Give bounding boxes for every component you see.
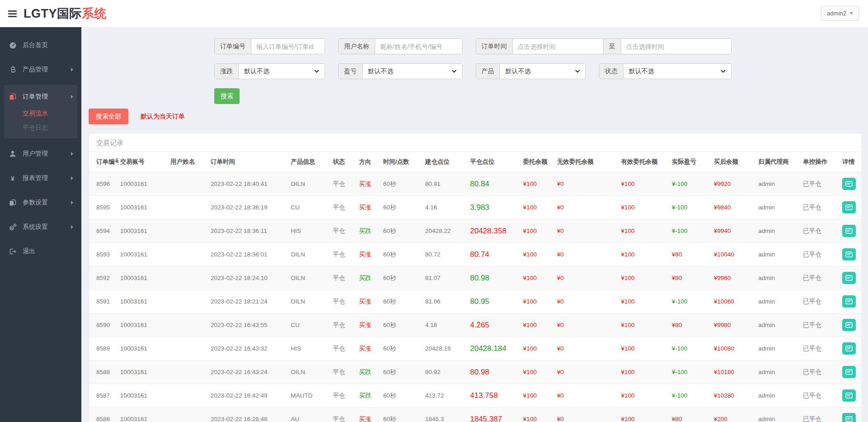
search-button[interactable]: 搜索 xyxy=(214,88,240,104)
detail-button[interactable] xyxy=(842,178,856,190)
cell-agent: admin xyxy=(756,196,801,219)
cell-order-time: 2023-02-22 16:43:32 xyxy=(209,337,289,360)
detail-list-icon xyxy=(845,251,853,257)
detail-button[interactable] xyxy=(842,248,856,261)
cell-entrust-balance: ¥100 xyxy=(521,266,555,290)
cell-after-balance: ¥200 xyxy=(712,408,756,422)
cell-status: 平仓 xyxy=(331,196,357,219)
cell-direction: 买涨 xyxy=(357,243,382,266)
table-row: 8594 10003161 2023-02-22 18:36:11 HIS 平仓… xyxy=(89,219,862,243)
detail-list-icon xyxy=(845,228,853,234)
sidebar-subitem-trade-flow[interactable]: 交易流水 xyxy=(4,106,77,120)
cell-product: HIS xyxy=(289,219,331,243)
order-time-to-input[interactable] xyxy=(621,39,731,54)
cell-order-time: 2023-02-22 18:36:11 xyxy=(209,219,289,243)
order-no-label: 订单编号 xyxy=(215,39,251,54)
chevron-down-icon xyxy=(314,70,319,73)
sidebar-item-users[interactable]: 用户管理 xyxy=(0,145,81,163)
sidebar-item-orders[interactable]: 订单管理 xyxy=(4,88,77,106)
status-select[interactable]: 默认不选 xyxy=(623,64,731,79)
detail-button[interactable] xyxy=(842,295,856,308)
cell-detail xyxy=(840,290,862,313)
cell-user-name xyxy=(169,219,209,243)
cell-order-time: 2023-02-22 16:28:48 xyxy=(209,408,289,422)
cell-account: 10003161 xyxy=(118,172,169,196)
detail-button[interactable] xyxy=(842,272,856,284)
cell-detail xyxy=(840,408,862,422)
col-status: 状态 xyxy=(331,152,357,172)
status-value: 默认不选 xyxy=(629,67,654,76)
detail-button[interactable] xyxy=(842,413,856,422)
cell-user-name xyxy=(169,243,209,266)
detail-button[interactable] xyxy=(842,389,856,402)
order-no-input[interactable] xyxy=(251,39,325,54)
card-title: 交易记录 xyxy=(89,133,862,152)
table-row: 8592 10003161 2023-02-22 18:24:10 OILN 平… xyxy=(89,266,862,290)
detail-button[interactable] xyxy=(842,319,856,331)
sidebar-item-reports[interactable]: ¥ 报表管理 xyxy=(0,169,81,187)
cell-account: 10003161 xyxy=(118,266,169,290)
cell-after-balance: ¥9940 xyxy=(712,219,756,243)
cell-open-point: 80.92 xyxy=(424,360,468,384)
cell-invalid-entrust: ¥0 xyxy=(555,290,619,313)
cell-entrust-balance: ¥100 xyxy=(521,243,555,266)
cell-actual-pnl: ¥-100 xyxy=(670,196,712,219)
sidebar-item-params[interactable]: 参数设置 xyxy=(0,194,81,212)
cell-order-id: 8594 xyxy=(89,219,118,243)
cell-open-point: 1845.3 xyxy=(424,408,468,422)
cell-account: 10003161 xyxy=(118,313,169,337)
cell-status: 平仓 xyxy=(331,384,357,408)
cell-duration: 60秒 xyxy=(382,243,424,266)
cell-duration: 60秒 xyxy=(382,337,424,360)
sidebar-item-logout[interactable]: 退出 xyxy=(0,242,81,261)
detail-button[interactable] xyxy=(842,366,856,378)
profit-loss-select[interactable]: 默认不选 xyxy=(363,64,462,79)
order-time-from-input[interactable] xyxy=(513,39,603,54)
sidebar-item-system[interactable]: 系统设置 xyxy=(0,218,81,236)
cell-duration: 60秒 xyxy=(382,290,424,313)
sidebar-item-products[interactable]: 产品管理 xyxy=(0,61,81,79)
cell-order-time: 2023-02-22 18:24:10 xyxy=(209,266,289,290)
cell-status: 平仓 xyxy=(331,337,357,360)
search-all-button[interactable]: 搜索全部 xyxy=(89,109,128,124)
cell-agent: admin xyxy=(756,290,801,313)
user-name-input[interactable] xyxy=(375,39,462,54)
cell-control: 已平仓 xyxy=(801,408,840,422)
cell-direction: 买涨 xyxy=(357,172,382,196)
col-direction: 方向 xyxy=(357,152,382,172)
user-menu-button[interactable]: admin2 xyxy=(821,6,859,21)
cell-order-time: 2023-02-22 18:36:01 xyxy=(209,243,289,266)
chevron-down-icon xyxy=(849,12,853,14)
cell-duration: 60秒 xyxy=(382,172,424,196)
detail-button[interactable] xyxy=(842,201,856,213)
cell-agent: admin xyxy=(756,408,801,422)
chevron-right-icon xyxy=(71,201,73,204)
cell-user-name xyxy=(169,408,209,422)
cell-order-time: 2023-02-22 16:43:24 xyxy=(209,360,289,384)
cell-account: 10003161 xyxy=(118,360,169,384)
cell-close-point: 413.758 xyxy=(468,384,521,408)
menu-toggle-icon[interactable] xyxy=(8,9,17,19)
cell-product: OILN xyxy=(289,172,331,196)
cell-open-point: 80.91 xyxy=(424,172,468,196)
bitcoin-icon xyxy=(8,66,17,73)
cell-actual-pnl: ¥80 xyxy=(670,313,712,337)
rise-fall-value: 默认不选 xyxy=(244,67,269,76)
detail-button[interactable] xyxy=(842,225,856,237)
cell-product: OILN xyxy=(289,360,331,384)
trade-records-card: 交易记录 订单编号 交易账号 用户姓名 订单时间 产品信息 xyxy=(89,133,862,415)
rise-fall-select[interactable]: 默认不选 xyxy=(239,64,325,79)
cell-valid-entrust: ¥100 xyxy=(619,313,670,337)
sidebar-subitem-close-log[interactable]: 平仓日志 xyxy=(4,120,77,135)
cell-actual-pnl: ¥80 xyxy=(670,408,712,422)
detail-button[interactable] xyxy=(842,342,856,355)
product-select[interactable]: 默认不选 xyxy=(500,64,585,79)
cell-direction: 买涨 xyxy=(357,408,382,422)
detail-list-icon xyxy=(845,393,853,398)
profit-loss-label: 盈亏 xyxy=(339,64,363,79)
cell-agent: admin xyxy=(756,266,801,290)
cell-product: AU xyxy=(289,408,331,422)
cell-product: CU xyxy=(289,196,331,219)
sidebar-item-dashboard[interactable]: 后台首页 xyxy=(0,36,81,54)
cell-control: 已平仓 xyxy=(801,313,840,337)
